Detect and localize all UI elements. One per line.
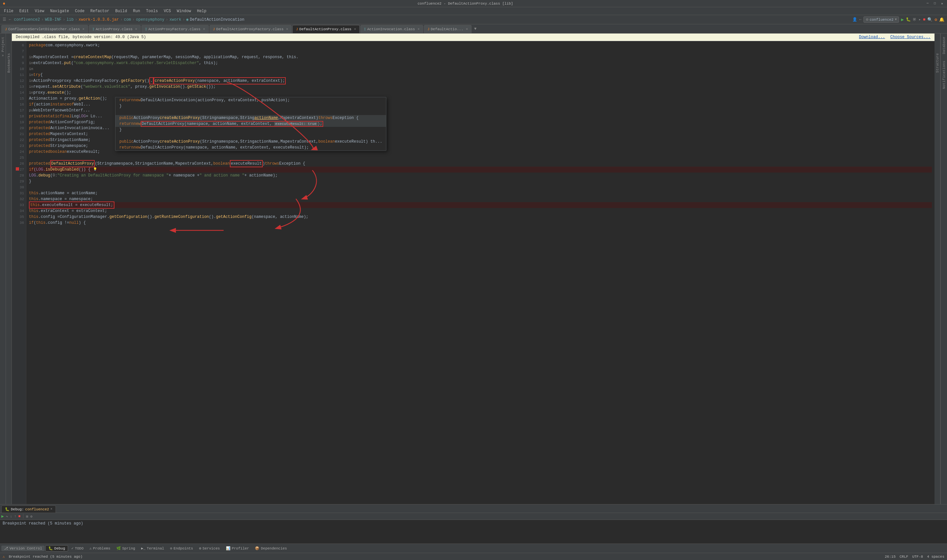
status-indent[interactable]: 4 spaces — [927, 555, 944, 559]
bottom-panel: 🐛 Debug: confluence2 × ▶ ↷ ↓ ↑ ■ ⊞ ⚙ Bre… — [0, 504, 947, 543]
tool-endpoints[interactable]: ⊙ Endpoints — [167, 546, 196, 551]
tab-action-proxy[interactable]: I ActionProxy.class × — [89, 25, 141, 33]
download-link[interactable]: Download... — [859, 35, 885, 40]
tab-close-2[interactable]: × — [135, 28, 137, 31]
menu-build[interactable]: Build — [112, 8, 129, 14]
spring-icon: 🌿 — [116, 546, 121, 551]
menu-vcs[interactable]: VCS — [161, 8, 174, 14]
stop-button[interactable]: ■ — [923, 17, 925, 22]
tab-action-invocation[interactable]: I ActionInvocation.class × — [360, 25, 423, 33]
todo-icon: ✓ — [71, 546, 74, 551]
title-right[interactable]: ─ □ ✕ — [925, 1, 944, 6]
tool-debug[interactable]: 🐛 Debug — [45, 545, 68, 551]
menu-code[interactable]: Code — [72, 8, 87, 14]
code-line-28: LOG.debug(0: "Creating an DefaultActionP… — [29, 172, 932, 178]
ln-16: 16 — [13, 102, 24, 108]
ln-20: 20 — [13, 125, 24, 131]
debug-resume-icon[interactable]: ▶ — [1, 514, 4, 519]
ln-28: 28 — [13, 172, 24, 178]
run-config-chevron[interactable]: ▼ — [895, 18, 897, 22]
ln-30: 30 — [13, 185, 24, 190]
todo-label: TODO — [75, 546, 83, 551]
notifications-icon[interactable]: 🔔 — [939, 17, 944, 22]
tab-default-action-invocation[interactable]: J DefaultActio... × — [424, 25, 471, 33]
tool-spring[interactable]: 🌿 Spring — [114, 546, 138, 551]
more-run-button[interactable]: ▸ — [919, 17, 921, 22]
ln-12: 12 — [13, 78, 24, 84]
bottom-tab-debug[interactable]: 🐛 Debug: confluence2 × — [1, 505, 56, 513]
notifications-panel-label[interactable]: Notifications — [941, 57, 947, 92]
debug-settings-icon[interactable]: ⚙ — [30, 514, 32, 518]
menu-tools[interactable]: Tools — [143, 8, 160, 14]
main-area: Project » Bookmarks Decompiled .class fi… — [0, 34, 947, 504]
tab-icon-java2: J — [213, 28, 215, 31]
breadcrumb-webinf[interactable]: WEB-INF — [45, 17, 62, 22]
debug-button[interactable]: 🐛 — [906, 17, 911, 22]
breadcrumb-com[interactable]: com — [124, 17, 131, 22]
menu-window[interactable]: Window — [174, 8, 194, 14]
coverage-button[interactable]: ⛨ — [913, 17, 917, 22]
ln-27: 27 — [13, 167, 24, 172]
tool-version-control[interactable]: ⎇ Version Control — [1, 546, 45, 551]
tab-default-action-proxy[interactable]: J DefaultActionProxy.class × — [292, 25, 359, 33]
tool-todo[interactable]: ✓ TODO — [69, 546, 86, 551]
choose-sources-link[interactable]: Choose Sources... — [890, 35, 930, 40]
bookmarks-label[interactable]: Bookmarks — [7, 53, 11, 72]
debug-step-over-icon[interactable]: ↷ — [6, 514, 8, 518]
tab-confluence-servlet[interactable]: J ConfluenceServletDispatcher.class × — [1, 25, 88, 33]
debug-step-out-icon[interactable]: ↑ — [14, 514, 17, 518]
tool-dependencies[interactable]: 📦 Dependencies — [252, 546, 289, 551]
sidebar-toggle[interactable]: » — [2, 54, 4, 57]
navigate-back-icon[interactable]: ← — [859, 17, 861, 22]
menu-edit[interactable]: Edit — [17, 8, 32, 14]
tab-close-1[interactable]: × — [83, 28, 85, 31]
debug-step-into-icon[interactable]: ↓ — [10, 514, 12, 518]
minimize-button[interactable]: ─ — [925, 1, 930, 6]
structure-label[interactable]: Structure — [936, 53, 939, 72]
maximize-button[interactable]: □ — [933, 1, 937, 6]
menu-refactor[interactable]: Refactor — [88, 8, 112, 14]
menu-file[interactable]: File — [1, 8, 16, 14]
panel-toggle-icon[interactable]: ☰ — [3, 17, 6, 22]
tab-action-proxy-factory[interactable]: I ActionProxyFactory.class × — [142, 25, 208, 33]
debug-stop-icon[interactable]: ■ — [18, 514, 21, 518]
database-panel-label[interactable]: Database — [941, 34, 947, 57]
tool-problems[interactable]: ⚠ Problems — [87, 546, 113, 551]
tab-close-7[interactable]: × — [466, 28, 468, 31]
close-button[interactable]: ✕ — [940, 1, 944, 6]
user-icon[interactable]: 👤 — [852, 17, 857, 22]
project-label[interactable]: Project — [0, 35, 6, 54]
settings-icon[interactable]: ⚙ — [935, 17, 937, 22]
tab-close-3[interactable]: × — [203, 28, 205, 31]
tool-terminal[interactable]: ▶_ Terminal — [139, 546, 167, 551]
breadcrumb-lib[interactable]: lib — [66, 17, 74, 22]
tab-close-5[interactable]: × — [354, 28, 356, 31]
menu-view[interactable]: View — [32, 8, 47, 14]
popup-line-7 — [115, 133, 386, 139]
debug-evaluate-icon[interactable]: ⊞ — [26, 514, 28, 518]
status-crlf[interactable]: CRLF — [900, 555, 908, 559]
back-icon[interactable]: ← — [9, 17, 11, 22]
menu-help[interactable]: Help — [194, 8, 209, 14]
breadcrumb-xwork-jar[interactable]: xwork-1.0.3.6.jar — [79, 17, 119, 22]
breadcrumb-xwork[interactable]: xwork — [169, 17, 181, 22]
debug-tab-close[interactable]: × — [50, 508, 52, 511]
tab-close-6[interactable]: × — [417, 28, 420, 31]
run-config-label[interactable]: confluence2 — [870, 18, 894, 22]
run-button[interactable]: ▶ — [901, 17, 904, 22]
breadcrumb-opensymphony[interactable]: opensymphony — [136, 17, 165, 22]
breadcrumb-class: DefaultActionInvocation — [190, 17, 245, 22]
tool-services[interactable]: ⚙ Services — [196, 546, 222, 551]
tab-more-button[interactable]: ▼ — [472, 27, 479, 31]
menu-run[interactable]: Run — [130, 8, 143, 14]
breadcrumb-confluence2[interactable]: confluence2 — [14, 17, 40, 22]
tool-profiler[interactable]: 📊 Profiler — [223, 546, 252, 551]
tab-default-proxy-factory[interactable]: J DefaultActionProxyFactory.class × — [209, 25, 292, 33]
popup-panel: return new DefaultActionInvocation(actio… — [115, 97, 386, 151]
menu-navigate[interactable]: Navigate — [47, 8, 72, 14]
code-editor[interactable]: 6 7 8 9 10 11 12 13 14 15 16 17 18 19 20… — [12, 41, 935, 504]
status-charset[interactable]: UTF-8 — [912, 555, 923, 559]
tab-close-4[interactable]: × — [286, 28, 288, 31]
search-everywhere-icon[interactable]: 🔍 — [927, 17, 933, 22]
app-logo: ♦ — [3, 1, 5, 6]
